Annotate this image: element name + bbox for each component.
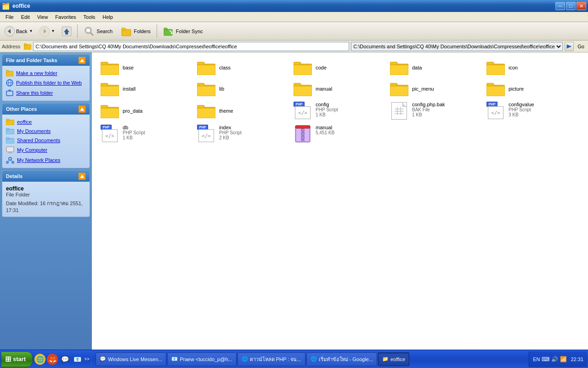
menu-edit[interactable]: Edit <box>17 13 34 21</box>
publish-folder-link[interactable]: Publish this folder to the Web <box>4 78 88 88</box>
address-dropdown[interactable]: C:\Documents and Settings\CQ 40\My Docum… <box>351 42 563 51</box>
folder-class[interactable]: class <box>193 57 289 78</box>
quick-launch-more[interactable]: >> <box>84 356 90 362</box>
folder-pro-data[interactable]: pro_data <box>96 99 193 122</box>
folder-sync-button[interactable]: Folder Sync <box>160 24 206 39</box>
folder-install[interactable]: install <box>96 78 193 99</box>
file-manual-zip[interactable]: manual 5,451 KB <box>289 122 386 145</box>
folder-icon[interactable]: icon <box>482 57 579 78</box>
quick-launch-2[interactable]: 🦊 <box>47 354 58 365</box>
start-button[interactable]: ⊞ start <box>1 351 33 367</box>
details-collapse[interactable]: 🔼 <box>78 172 86 180</box>
taskbar-item-messenger[interactable]: 💬 Windows Live Messen... <box>96 352 167 366</box>
details-panel: Details 🔼 eoffice File Folder Date Modif… <box>2 170 90 217</box>
file-tasks-header[interactable]: File and Folder Tasks 🔼 <box>2 55 90 66</box>
address-bar: Address C:\Documents and Settings\CQ 40\… <box>0 40 588 52</box>
taskbar-item-php[interactable]: 🌐 ดาวน์โหลด PHP : จน... <box>237 352 305 366</box>
share-folder-link[interactable]: Share this folder <box>4 88 88 98</box>
maximize-button[interactable]: □ <box>566 2 576 10</box>
minimize-button[interactable]: ─ <box>555 2 565 10</box>
address-input[interactable] <box>33 42 349 51</box>
file-config[interactable]: PHP </> config PHP Script 1 KB <box>289 99 386 122</box>
menu-help[interactable]: Help <box>99 13 117 21</box>
svg-rect-55 <box>101 86 119 96</box>
go-button[interactable] <box>565 42 574 51</box>
other-places-collapse[interactable]: 🔼 <box>78 105 86 113</box>
folder-class-label: class <box>219 65 231 70</box>
sidebar-item-my-computer[interactable]: My Computer <box>4 145 88 155</box>
back-label: Back <box>16 29 27 34</box>
taskbar-praew-icon: 📧 <box>171 356 178 362</box>
go-label[interactable]: Go <box>576 44 586 49</box>
network-icon: 🔊 <box>551 356 558 362</box>
file-db[interactable]: PHP </> db PHP Script 1 KB <box>96 122 193 145</box>
content-area: base class code <box>92 52 588 350</box>
back-button[interactable]: Back ▼ <box>2 24 35 39</box>
file-index-name: index <box>219 125 242 130</box>
folder-base[interactable]: base <box>96 57 193 78</box>
make-new-folder-link[interactable]: Make a new folder <box>4 69 88 78</box>
file-index[interactable]: PHP </> index PHP Script 2 KB <box>193 122 289 145</box>
menu-favorites[interactable]: Favorites <box>51 13 79 21</box>
folder-manual[interactable]: manual <box>289 78 386 99</box>
taskbar-google-icon: 🌐 <box>311 356 317 362</box>
folder-picture-label: picture <box>509 86 524 92</box>
svg-point-34 <box>6 161 8 163</box>
quick-launch-4[interactable]: 📧 <box>72 354 83 365</box>
sidebar-item-eoffice[interactable]: eoffice <box>4 117 88 126</box>
forward-dropdown-icon[interactable]: ▼ <box>51 29 55 33</box>
other-places-header[interactable]: Other Places 🔼 <box>2 104 90 115</box>
make-new-folder-label: Make a new folder <box>16 70 57 76</box>
up-icon <box>61 26 72 37</box>
menu-view[interactable]: View <box>34 13 52 21</box>
svg-rect-58 <box>197 86 215 96</box>
my-computer-icon <box>6 146 14 154</box>
folder-icon <box>390 60 408 75</box>
details-header[interactable]: Details 🔼 <box>2 171 90 182</box>
search-button[interactable]: Search <box>80 24 116 39</box>
svg-rect-16 <box>24 44 27 46</box>
file-configvalue-info: configvalue PHP Script 3 KB <box>509 102 534 117</box>
file-configvalue-size: 3 KB <box>509 112 534 117</box>
folder-data[interactable]: data <box>386 57 482 78</box>
sidebar-item-my-network[interactable]: My Network Places <box>4 155 88 165</box>
folder-code[interactable]: code <box>289 57 386 78</box>
taskbar-item-google[interactable]: 🌐 เริ่มทำข้อใหม่ - Google... <box>306 352 377 366</box>
file-db-type: PHP Script <box>123 130 145 135</box>
forward-button[interactable]: ▼ <box>37 24 57 39</box>
quick-launch-1[interactable]: 🌐 <box>34 354 45 365</box>
folder-pic-menu[interactable]: pic_menu <box>386 78 482 99</box>
address-label: Address <box>2 44 22 49</box>
bak-page-icon <box>391 102 407 120</box>
file-bak-type: BAK File <box>412 107 445 112</box>
folder-eoffice-icon <box>6 119 14 125</box>
lang-indicator[interactable]: EN <box>533 356 540 362</box>
taskbar-item-praew[interactable]: 📧 Praew <tuccido_p@h... <box>167 352 236 366</box>
folder-lib[interactable]: lib <box>193 78 289 99</box>
title-bar: 🗂️ eoffice ─ □ ✕ <box>0 0 588 12</box>
file-config-bak[interactable]: config.php.bak BAK File 1 KB <box>386 99 482 122</box>
folder-install-label: install <box>123 86 136 92</box>
folder-code-label: code <box>316 65 327 70</box>
up-button[interactable] <box>59 24 74 39</box>
taskbar-item-eoffice[interactable]: 📁 eoffice <box>378 352 409 366</box>
quick-launch-3[interactable]: 💬 <box>59 354 70 365</box>
folders-button[interactable]: Folders <box>118 24 154 39</box>
menu-tools[interactable]: Tools <box>80 13 99 21</box>
folder-theme[interactable]: theme <box>193 99 289 122</box>
file-configvalue[interactable]: PHP </> configvalue PHP Script 3 KB <box>482 99 579 122</box>
folder-new-icon <box>6 70 13 76</box>
folder-picture[interactable]: picture <box>482 78 579 99</box>
file-tasks-collapse[interactable]: 🔼 <box>78 57 86 64</box>
sidebar-item-shared-documents[interactable]: Shared Documents <box>4 136 88 145</box>
svg-marker-17 <box>567 44 572 48</box>
search-icon <box>84 26 95 37</box>
folder-icon <box>390 81 408 96</box>
sidebar-item-my-documents[interactable]: My Documents <box>4 126 88 136</box>
back-dropdown-icon[interactable]: ▼ <box>29 29 33 33</box>
close-button[interactable]: ✕ <box>577 2 586 10</box>
file-db-size: 1 KB <box>123 135 145 140</box>
menu-file[interactable]: File <box>2 13 17 21</box>
details-content: eoffice File Folder Date Modified: 16 กร… <box>2 182 90 217</box>
other-places-panel: Other Places 🔼 eoffice My Documents Shar… <box>2 103 90 168</box>
